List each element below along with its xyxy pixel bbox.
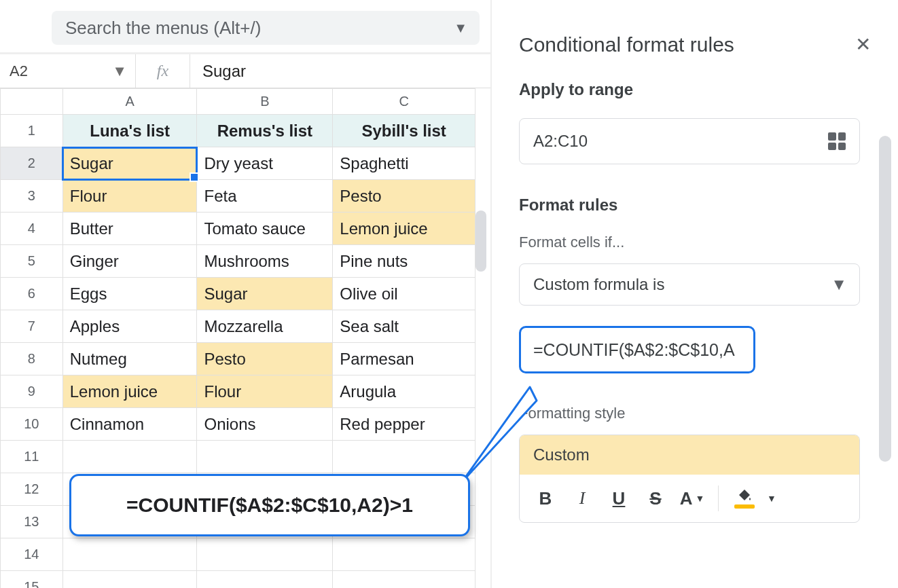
row-header[interactable]: 5	[1, 245, 63, 278]
column-header[interactable]: A	[62, 89, 197, 115]
row-header[interactable]: 7	[1, 310, 63, 343]
cell[interactable]: Apples	[62, 310, 197, 343]
cell[interactable]: Red pepper	[333, 408, 475, 441]
name-box-value: A2	[10, 62, 28, 80]
cell[interactable]: Remus's list	[197, 115, 333, 147]
cell[interactable]: Flour	[62, 180, 197, 213]
text-color-button[interactable]: A▼	[676, 482, 708, 515]
row-header[interactable]: 10	[1, 408, 63, 441]
condition-value: Custom formula is	[533, 275, 664, 294]
cell[interactable]	[333, 441, 475, 473]
cell[interactable]	[333, 538, 475, 571]
row-header[interactable]: 15	[1, 571, 63, 589]
cell[interactable]	[62, 441, 197, 473]
cell[interactable]: Cinnamon	[62, 408, 197, 441]
select-all-corner[interactable]	[1, 89, 63, 115]
row-header[interactable]: 3	[1, 180, 63, 213]
formula-bar-value: Sugar	[202, 62, 246, 81]
row-header[interactable]: 12	[1, 473, 63, 506]
cell[interactable]: Arugula	[333, 375, 475, 408]
cell[interactable]: Flour	[197, 375, 333, 408]
cell[interactable]: Sugar	[197, 278, 333, 310]
paint-bucket-icon	[736, 488, 753, 502]
strikethrough-button[interactable]: S	[639, 482, 672, 515]
chevron-down-icon: ▼	[112, 62, 127, 80]
range-input[interactable]: A2:C10	[519, 118, 860, 164]
cell[interactable]: Mozzarella	[197, 310, 333, 343]
row-header[interactable]: 9	[1, 375, 63, 408]
format-rules-label: Format rules	[519, 196, 860, 215]
row-header[interactable]: 13	[1, 506, 63, 538]
name-box[interactable]: A2 ▼	[0, 54, 136, 88]
format-cells-if-label: Format cells if...	[519, 234, 860, 251]
custom-formula-input[interactable]: =COUNTIF($A$2:$C$10,A	[519, 326, 755, 373]
cell[interactable]: Sea salt	[333, 310, 475, 343]
cell[interactable]: Parmesan	[333, 343, 475, 375]
cell[interactable]	[197, 441, 333, 473]
column-header[interactable]: B	[197, 89, 333, 115]
bold-button[interactable]: B	[529, 482, 562, 515]
select-range-icon[interactable]	[828, 132, 846, 150]
row-header[interactable]: 1	[1, 115, 63, 147]
cell[interactable]: Nutmeg	[62, 343, 197, 375]
cell[interactable]	[62, 538, 197, 571]
cell[interactable]: Tomato sauce	[197, 213, 333, 245]
vertical-scrollbar[interactable]	[475, 210, 486, 272]
separator	[718, 485, 719, 511]
cell[interactable]: Lemon juice	[62, 375, 197, 408]
apply-to-range-label: Apply to range	[519, 80, 860, 99]
cell[interactable]	[62, 571, 197, 589]
condition-select[interactable]: Custom formula is ▼	[519, 263, 860, 306]
row-header[interactable]: 2	[1, 147, 63, 180]
cell[interactable]: Spaghetti	[333, 147, 475, 180]
fx-icon: fx	[136, 54, 190, 88]
cell[interactable]: Onions	[197, 408, 333, 441]
cell[interactable]: Mushrooms	[197, 245, 333, 278]
cell[interactable]: Sybill's list	[333, 115, 475, 147]
cell[interactable]	[197, 571, 333, 589]
row-header[interactable]: 11	[1, 441, 63, 473]
row-header[interactable]: 4	[1, 213, 63, 245]
chevron-down-icon: ▼	[454, 20, 467, 36]
cell[interactable]: Butter	[62, 213, 197, 245]
row-header[interactable]: 6	[1, 278, 63, 310]
menu-search-placeholder: Search the menus (Alt+/)	[65, 18, 261, 39]
underline-button[interactable]: U	[603, 482, 635, 515]
menu-search[interactable]: Search the menus (Alt+/) ▼	[52, 11, 480, 45]
panel-scrollbar[interactable]	[879, 136, 891, 462]
style-preview[interactable]: Custom	[520, 435, 859, 475]
cell[interactable]: Pesto	[197, 343, 333, 375]
custom-formula-value: =COUNTIF($A$2:$C$10,A	[533, 340, 735, 360]
fill-color-dropdown[interactable]: ▼	[765, 482, 778, 515]
formula-callout-text: =COUNTIF($A$2:$C$10,A2)>1	[126, 494, 413, 517]
column-header[interactable]: C	[333, 89, 475, 115]
cell[interactable]: Pine nuts	[333, 245, 475, 278]
cell[interactable]	[197, 538, 333, 571]
formatting-style-label: Formatting style	[519, 405, 860, 422]
conditional-format-panel: Conditional format rules ✕ Apply to rang…	[492, 0, 898, 588]
row-header[interactable]: 8	[1, 343, 63, 375]
cell[interactable]: Pesto	[333, 180, 475, 213]
cell[interactable]: Dry yeast	[197, 147, 333, 180]
cell-selected[interactable]: Sugar	[62, 147, 197, 180]
chevron-down-icon: ▼	[831, 275, 847, 294]
italic-button[interactable]: I	[566, 482, 598, 515]
formatting-style-box: Custom B I U S A▼ ▼	[519, 435, 860, 523]
formula-callout: =COUNTIF($A$2:$C$10,A2)>1	[69, 474, 470, 536]
cell[interactable]: Luna's list	[62, 115, 197, 147]
range-value: A2:C10	[533, 132, 588, 151]
cell[interactable]: Olive oil	[333, 278, 475, 310]
cell[interactable]: Feta	[197, 180, 333, 213]
cell[interactable]: Lemon juice	[333, 213, 475, 245]
cell[interactable]: Ginger	[62, 245, 197, 278]
fill-color-button[interactable]	[728, 482, 761, 515]
panel-title: Conditional format rules	[519, 33, 734, 56]
row-header[interactable]: 14	[1, 538, 63, 571]
cell[interactable]: Eggs	[62, 278, 197, 310]
cell[interactable]	[333, 571, 475, 589]
close-icon[interactable]: ✕	[855, 35, 871, 54]
